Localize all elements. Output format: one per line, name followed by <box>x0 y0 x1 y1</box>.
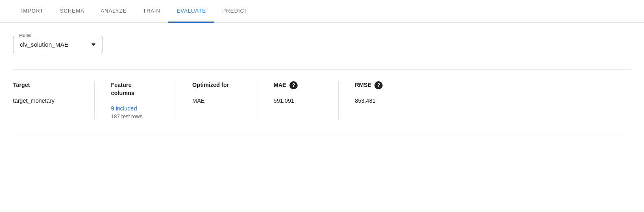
stats-col-target: Target target_monetary <box>13 81 94 119</box>
mae-header: MAE ? <box>274 81 322 89</box>
rmse-header: RMSE ? <box>355 81 403 89</box>
model-dropdown-selected-value: clv_solution_MAE <box>20 41 68 48</box>
optimized-for-value: MAE <box>192 97 241 104</box>
stats-col-mae: MAE ? 591.091 <box>257 81 338 119</box>
model-dropdown[interactable]: Model clv_solution_MAE <box>13 36 102 53</box>
nav-item-analyze[interactable]: ANALYZE <box>93 0 135 23</box>
nav-item-predict[interactable]: PREDICT <box>214 0 256 23</box>
nav-item-schema[interactable]: SCHEMA <box>52 0 92 23</box>
nav-item-evaluate[interactable]: EVALUATE <box>168 0 214 23</box>
top-navigation: IMPORT SCHEMA ANALYZE TRAIN EVALUATE PRE… <box>0 0 644 23</box>
main-content: Model clv_solution_MAE Target target_mon… <box>0 23 644 136</box>
target-header: Target <box>13 81 78 89</box>
stats-col-feature-columns: Feature columns 9 included 187 test rows <box>94 81 176 119</box>
model-dropdown-wrapper: Model clv_solution_MAE <box>13 36 631 53</box>
feature-columns-header: Feature columns <box>111 81 159 97</box>
mae-help-icon[interactable]: ? <box>289 81 298 89</box>
model-dropdown-label: Model <box>17 33 33 38</box>
feature-columns-link[interactable]: 9 included <box>111 105 159 112</box>
nav-item-import[interactable]: IMPORT <box>13 0 52 23</box>
rmse-help-icon[interactable]: ? <box>374 81 383 89</box>
nav-item-train[interactable]: TRAIN <box>135 0 168 23</box>
dropdown-arrow-icon <box>91 43 96 46</box>
feature-columns-subvalue: 187 test rows <box>111 113 159 119</box>
mae-value: 591.091 <box>274 97 322 104</box>
bottom-divider <box>13 136 631 136</box>
model-dropdown-value: clv_solution_MAE <box>20 41 96 48</box>
stats-table: Target target_monetary Feature columns 9… <box>13 69 631 119</box>
target-value: target_monetary <box>13 97 78 104</box>
optimized-for-header: Optimized for <box>192 81 241 89</box>
rmse-value: 853.481 <box>355 97 403 104</box>
stats-col-optimized-for: Optimized for MAE <box>176 81 257 119</box>
stats-col-rmse: RMSE ? 853.481 <box>338 81 420 119</box>
